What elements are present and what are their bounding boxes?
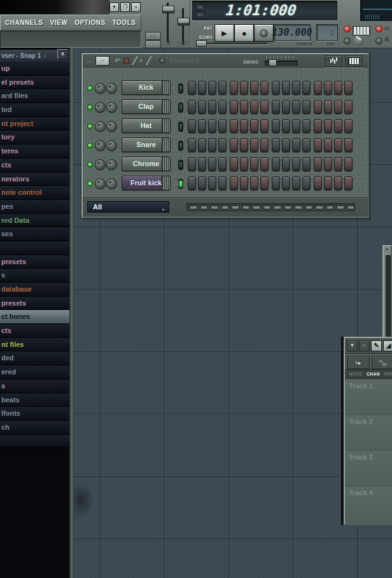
sequencer-titlebar[interactable]: ↔ -- ↶ + Pattern 1 ▼ SWING: [83, 54, 368, 67]
step-cell[interactable]: [344, 176, 353, 190]
browser-item[interactable]: up: [0, 62, 70, 76]
step-cell[interactable]: [230, 157, 238, 171]
master-pitch-slider[interactable]: [178, 18, 190, 25]
step-cell[interactable]: [250, 119, 258, 133]
browser-item[interactable]: tory: [0, 130, 70, 144]
step-cell[interactable]: [198, 157, 206, 171]
browser-item[interactable]: presets: [0, 297, 70, 311]
channel-button[interactable]: Fruit kick: [122, 176, 171, 190]
playlist-track[interactable]: Track 4: [345, 486, 392, 521]
step-cell[interactable]: [240, 138, 248, 152]
browser-item[interactable]: red Data: [0, 214, 70, 228]
browser-item[interactable]: ch: [0, 421, 70, 435]
step-cell[interactable]: [334, 157, 342, 171]
step-cell[interactable]: [188, 119, 196, 133]
step-cell[interactable]: [324, 138, 332, 152]
pan-knob[interactable]: [95, 121, 106, 132]
channel-button[interactable]: Clap: [122, 99, 171, 114]
step-cell[interactable]: [250, 100, 258, 114]
close-icon[interactable]: ×: [131, 3, 141, 12]
step-cell[interactable]: [230, 81, 238, 95]
step-cell[interactable]: [334, 81, 342, 95]
browser-item[interactable]: [0, 435, 70, 449]
time-badge-top[interactable]: 5B: [195, 4, 205, 11]
channel-button[interactable]: Chrome: [122, 157, 171, 171]
metronome-led[interactable]: [344, 38, 351, 45]
step-cell[interactable]: [272, 176, 280, 190]
swing-slider-handle[interactable]: [269, 59, 277, 66]
knob-mini-button[interactable]: ⌒: [145, 40, 161, 48]
volume-knob[interactable]: [106, 83, 117, 94]
step-cell[interactable]: [344, 138, 353, 152]
step-cell[interactable]: [324, 157, 332, 171]
playlist-tab-note[interactable]: NOTE: [349, 372, 362, 376]
pan-knob[interactable]: [95, 159, 106, 170]
step-cell[interactable]: [240, 119, 248, 133]
browser-item[interactable]: beats: [0, 393, 70, 407]
wand-knob-icon[interactable]: [354, 36, 364, 46]
shuffle-slider-handle[interactable]: [196, 40, 207, 46]
pan-knob[interactable]: [95, 140, 106, 151]
countdown-led[interactable]: [375, 25, 382, 32]
channel-enable-led[interactable]: [87, 123, 93, 129]
step-cell[interactable]: [324, 100, 332, 114]
step-cell[interactable]: [198, 119, 206, 133]
browser-item[interactable]: ct bones: [0, 310, 70, 324]
step-cell[interactable]: [344, 100, 353, 114]
pattern-title[interactable]: Pattern 1: [169, 57, 199, 64]
pan-knob[interactable]: [95, 83, 106, 94]
step-cell[interactable]: [208, 119, 216, 133]
draw-pencil-button[interactable]: ✎: [371, 340, 382, 351]
step-cell[interactable]: [324, 176, 332, 190]
record-button[interactable]: [254, 24, 274, 42]
step-cell[interactable]: [334, 119, 342, 133]
step-cell[interactable]: [314, 176, 322, 190]
step-cell[interactable]: [240, 100, 248, 114]
step-cell[interactable]: [314, 119, 322, 133]
play-button[interactable]: ▶: [214, 24, 234, 42]
step-cell[interactable]: [334, 138, 342, 152]
step-cell[interactable]: [260, 176, 269, 190]
step-cell[interactable]: [208, 81, 216, 95]
step-cell[interactable]: [272, 81, 280, 95]
channel-filter-dropdown[interactable]: All ▼: [87, 201, 169, 213]
step-cell[interactable]: [198, 138, 206, 152]
mini-view-button[interactable]: --: [95, 56, 109, 66]
step-cell[interactable]: [240, 176, 248, 190]
browser-resize-handle[interactable]: [69, 48, 74, 578]
step-cell[interactable]: [292, 100, 300, 114]
step-cell[interactable]: [344, 81, 353, 95]
step-cell[interactable]: [292, 119, 300, 133]
step-cell[interactable]: [272, 157, 280, 171]
step-cell[interactable]: [314, 138, 322, 152]
step-cell[interactable]: [218, 81, 227, 95]
master-volume-slider[interactable]: [162, 6, 174, 13]
pan-knob[interactable]: [95, 178, 106, 189]
step-cell[interactable]: [334, 176, 342, 190]
step-cell[interactable]: [302, 100, 311, 114]
step-cell[interactable]: [272, 138, 280, 152]
step-cell[interactable]: [230, 138, 238, 152]
step-cell[interactable]: [302, 138, 311, 152]
step-cell[interactable]: [272, 100, 280, 114]
browser-item[interactable]: nt files: [0, 338, 70, 352]
menu-item-view[interactable]: VIEW: [50, 19, 68, 26]
channel-enable-led[interactable]: [87, 162, 93, 167]
chevron-down-icon[interactable]: ▼: [385, 248, 389, 251]
step-cell[interactable]: [344, 119, 353, 133]
minimize-icon[interactable]: ▾: [109, 3, 119, 12]
step-cell[interactable]: [218, 176, 227, 190]
browser-item[interactable]: [0, 241, 70, 255]
browser-item[interactable]: el presets: [0, 76, 70, 90]
step-cell[interactable]: [188, 138, 196, 152]
menu-item-options[interactable]: OPTIONS: [74, 19, 106, 26]
browser-item[interactable]: nt project: [0, 117, 70, 131]
step-cell[interactable]: [240, 81, 248, 95]
step-cell[interactable]: [260, 138, 269, 152]
playlist-track[interactable]: Track 1: [345, 379, 392, 414]
step-cell[interactable]: [334, 100, 342, 114]
browser-item[interactable]: ted: [0, 103, 70, 117]
browser-item[interactable]: ered: [0, 365, 70, 379]
step-cell[interactable]: [314, 100, 322, 114]
step-cell[interactable]: [198, 100, 206, 114]
